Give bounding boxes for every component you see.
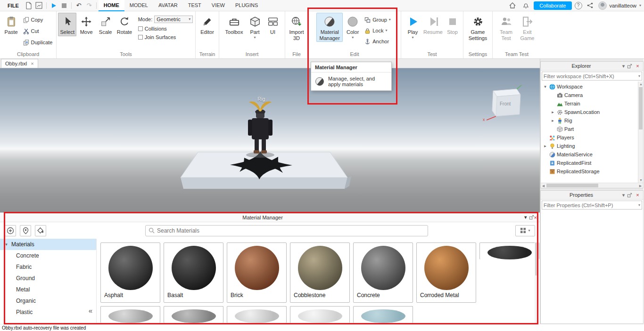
select-tool-button[interactable]: Select	[58, 13, 76, 36]
expand-chevron-icon[interactable]: ▾	[543, 84, 548, 89]
material-card-cobblestone[interactable]: Cobblestone	[290, 242, 350, 303]
mode-dropdown[interactable]: Geometric ▾	[154, 16, 193, 23]
panel-chevron-down-icon[interactable]: ▾	[620, 63, 627, 69]
material-manager-button[interactable]: Material Manager	[316, 13, 343, 42]
resume-button[interactable]: Resume	[423, 13, 444, 36]
material-grid-scrollbar[interactable]	[535, 242, 539, 324]
toolbox-button[interactable]: Toolbox	[223, 13, 245, 36]
scale-tool-button[interactable]: Scale	[96, 13, 115, 36]
tab-view[interactable]: VIEW	[206, 0, 230, 11]
quick-play-icon[interactable]	[49, 1, 58, 10]
new-document-icon[interactable]	[24, 1, 33, 10]
part-button[interactable]: Part ▾	[246, 13, 264, 40]
material-card-partial[interactable]	[290, 306, 350, 323]
tab-avatar[interactable]: AVATAR	[153, 0, 183, 11]
panel-popout-icon[interactable]	[627, 193, 634, 198]
stop-button[interactable]: Stop	[444, 13, 461, 36]
view-cube-front-label[interactable]: Front	[500, 101, 511, 106]
category-materials-root[interactable]: ▾ Materials	[0, 239, 96, 250]
material-card-partial[interactable]	[479, 242, 539, 259]
category-plastic[interactable]: Plastic	[0, 307, 96, 318]
tab-home[interactable]: HOME	[99, 0, 124, 11]
duplicate-button[interactable]: Duplicate	[21, 37, 55, 48]
publish-icon[interactable]	[34, 1, 44, 10]
properties-filter-box[interactable]: ▾	[542, 201, 642, 210]
group-dropdown-chevron-icon[interactable]: ▾	[389, 18, 391, 21]
lock-dropdown-chevron-icon[interactable]: ▾	[385, 29, 387, 32]
properties-filter-input[interactable]	[544, 202, 638, 208]
panel-close-icon[interactable]: ×	[634, 192, 641, 198]
explorer-filter-box[interactable]: ▾	[542, 72, 642, 81]
panel-popout-icon[interactable]	[627, 64, 634, 69]
panel-popout-icon[interactable]	[529, 215, 534, 220]
material-card-concrete[interactable]: Concrete	[353, 242, 413, 303]
team-test-button[interactable]: Team Test	[496, 13, 517, 42]
move-tool-button[interactable]: Move	[77, 13, 95, 36]
material-card-basalt[interactable]: Basalt	[164, 242, 223, 303]
cut-button[interactable]: Cut	[21, 26, 55, 36]
pick-material-button[interactable]	[20, 225, 31, 236]
filter-dropdown-chevron-icon[interactable]: ▾	[638, 203, 640, 207]
notifications-bell-icon[interactable]	[521, 1, 530, 10]
tree-item-rig[interactable]: ▸ Rig	[541, 116, 643, 125]
tree-item-materialservice[interactable]: MaterialService	[541, 150, 643, 159]
share-icon[interactable]	[586, 1, 595, 10]
tree-item-lighting[interactable]: ▸ Lighting	[541, 142, 643, 150]
apply-material-paint-bucket-button[interactable]	[35, 225, 46, 236]
home-icon[interactable]	[508, 1, 517, 10]
collaborate-button[interactable]: Collaborate	[534, 1, 571, 10]
file-menu-button[interactable]: FILE	[3, 3, 24, 8]
expand-chevron-icon[interactable]: ▸	[543, 144, 548, 148]
tree-item-workspace[interactable]: ▾ Workspace	[541, 82, 643, 91]
undo-icon[interactable]: ↶	[74, 1, 83, 10]
user-menu-chevron-icon[interactable]: ▾	[639, 4, 641, 7]
tree-item-replicatedfirst[interactable]: ReplicatedFirst	[541, 159, 643, 167]
copy-button[interactable]: Copy	[21, 15, 55, 25]
material-card-partial[interactable]	[164, 306, 223, 323]
paste-button[interactable]: Paste	[2, 13, 21, 36]
material-card-brick[interactable]: Brick	[227, 242, 287, 303]
material-card-partial[interactable]	[353, 306, 413, 323]
viewport-3d[interactable]: Rig Front x	[0, 68, 540, 212]
panel-chevron-down-icon[interactable]: ▾	[522, 213, 529, 222]
search-materials-input[interactable]	[157, 227, 425, 234]
tree-item-players[interactable]: Players	[541, 133, 643, 142]
quick-stop-icon[interactable]	[59, 1, 69, 10]
category-fabric[interactable]: Fabric	[0, 261, 96, 273]
part-dropdown-chevron-icon[interactable]: ▾	[254, 36, 256, 39]
panel-close-icon[interactable]: ×	[634, 63, 641, 69]
color-dropdown-chevron-icon[interactable]: ▾	[352, 36, 354, 39]
tree-item-terrain[interactable]: Terrain	[541, 99, 643, 108]
help-icon[interactable]: ?	[575, 2, 582, 9]
import-3d-button[interactable]: Import 3D	[287, 13, 306, 42]
category-metal[interactable]: Metal	[0, 284, 96, 295]
material-card-partial[interactable]	[100, 306, 160, 323]
game-settings-button[interactable]: Game Settings	[466, 13, 490, 42]
material-card-corroded-metal[interactable]: Corroded Metal	[416, 242, 476, 303]
expand-chevron-icon[interactable]: ▸	[550, 110, 555, 114]
user-avatar[interactable]	[598, 1, 607, 10]
panel-chevron-down-icon[interactable]: ▾	[620, 192, 627, 198]
material-card-asphalt[interactable]: Asphalt	[100, 242, 160, 303]
tree-item-part[interactable]: Part	[541, 125, 643, 133]
group-button[interactable]: Group ▾	[363, 15, 393, 25]
scroll-right-icon[interactable]: ▶	[638, 183, 643, 188]
search-materials-box[interactable]	[145, 225, 428, 236]
tab-test[interactable]: TEST	[183, 0, 206, 11]
category-concrete[interactable]: Concrete	[0, 250, 96, 261]
close-tab-icon[interactable]: ×	[31, 61, 33, 66]
scroll-left-icon[interactable]: ◀	[541, 183, 546, 188]
anchor-button[interactable]: Anchor	[363, 36, 393, 47]
expand-chevron-icon[interactable]: ▸	[550, 118, 555, 123]
ui-button[interactable]: UI	[265, 13, 281, 36]
tree-item-replicatedstorage[interactable]: ReplicatedStorage	[541, 167, 643, 176]
tree-item-spawnlocation[interactable]: ▸ SpawnLocation	[541, 108, 643, 116]
play-button[interactable]: Play ▾	[404, 13, 422, 40]
tree-item-camera[interactable]: Camera	[541, 91, 643, 99]
document-tab[interactable]: Obby.rbxl ×	[1, 59, 38, 68]
lock-button[interactable]: Lock ▾	[363, 25, 393, 36]
color-button[interactable]: Color ▾	[343, 13, 362, 40]
explorer-horizontal-scrollbar[interactable]: ◀ ▶	[541, 183, 643, 188]
category-ground[interactable]: Ground	[0, 273, 96, 284]
explorer-filter-input[interactable]	[544, 73, 638, 79]
